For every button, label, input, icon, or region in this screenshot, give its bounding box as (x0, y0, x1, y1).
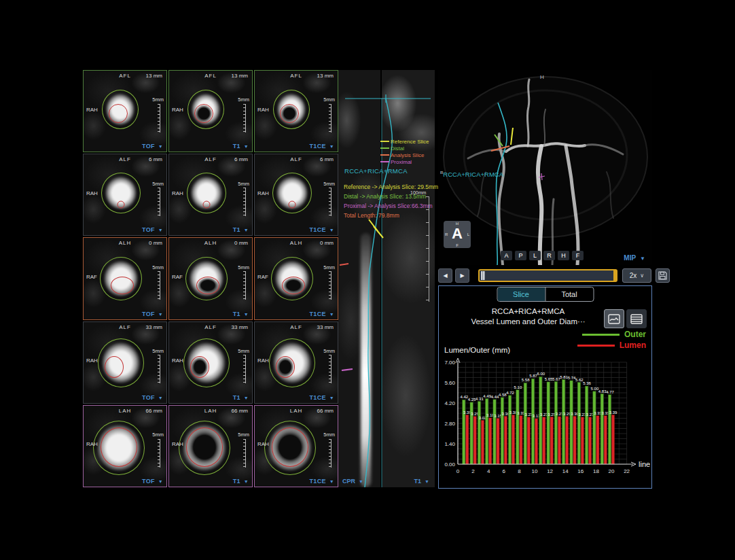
cpr-viewport[interactable] (338, 70, 380, 487)
mri-cell[interactable]: AFL 13 mm RAH 5mm T1▼ (168, 70, 253, 152)
orientation-label: ALF (119, 157, 131, 162)
orientation-button-r[interactable]: R (543, 251, 555, 260)
distance-label: 66 mm (146, 408, 162, 414)
mri-cell[interactable]: AFL 13 mm RAH 5mm TOF▼ (83, 70, 167, 152)
lumen-contour (272, 427, 308, 467)
sequence-select[interactable]: TOF▼ (142, 394, 163, 401)
side-label: RAH (172, 442, 183, 447)
slider-handle[interactable] (481, 271, 485, 280)
scale-label: 5mm (323, 265, 335, 270)
sequence-select[interactable]: T1▼ (233, 143, 249, 150)
prev-slice-button[interactable]: ◀ (438, 268, 452, 283)
sequence-select[interactable]: T1▼ (233, 394, 249, 401)
cpr-sequence-select[interactable]: CPR▼ (342, 478, 363, 485)
table-view-button[interactable] (626, 309, 647, 328)
lumen-legend-label: Lumen (620, 340, 646, 350)
legend-outer: Outer (582, 330, 646, 339)
sequence-select[interactable]: TOF▼ (142, 311, 163, 317)
measurement-line: Total Length: 79.8mm (344, 211, 438, 220)
mip-mode-select[interactable]: MIP▼ (624, 254, 645, 262)
orientation-button-a[interactable]: A (501, 251, 512, 260)
svg-text:8: 8 (518, 468, 521, 474)
scale-ruler (243, 188, 246, 216)
orientation-button-f[interactable]: F (572, 251, 584, 260)
mri-cell[interactable]: ALH 0 mm RAF 5mm T1CE▼ (254, 237, 338, 319)
scale-label: 5mm (323, 181, 335, 187)
sequence-select[interactable]: T1CE▼ (310, 226, 334, 233)
svg-text:1.40: 1.40 (444, 441, 455, 447)
sequence-select[interactable]: T1CE▼ (310, 311, 334, 317)
mri-cell[interactable]: ALF 33 mm RAH 5mm T1▼ (168, 321, 253, 404)
lumen-contour (202, 201, 210, 209)
sagittal-sequence-select[interactable]: T1▼ (414, 478, 429, 485)
side-label: RAH (86, 358, 98, 364)
orientation-cube[interactable]: A H L R F (444, 221, 471, 248)
orientation-label: LAH (290, 408, 303, 414)
cube-letter-top: H (456, 222, 459, 226)
bar-chart: 4.423.394.253.294.313.024.493.184.443.15… (440, 357, 650, 486)
orientation-label: ALF (119, 325, 131, 330)
outer-legend-swatch (582, 334, 620, 336)
lumen-contour (194, 104, 213, 123)
sequence-select[interactable]: TOF▼ (142, 226, 163, 233)
sequence-select[interactable]: TOF▼ (142, 478, 163, 485)
sequence-select[interactable]: T1CE▼ (310, 478, 334, 485)
zoom-select[interactable]: 2x∨ (622, 268, 651, 283)
sequence-select[interactable]: T1CE▼ (310, 143, 334, 150)
table-icon (630, 314, 643, 324)
mri-cell[interactable]: LAH 66 mm RAH 5mm T1▼ (168, 405, 253, 487)
lumen-contour (282, 277, 305, 294)
scale-label: 5mm (152, 97, 164, 103)
cube-letter-left: R (445, 232, 448, 237)
dropdown-icon: ▼ (244, 396, 249, 400)
mri-cell[interactable]: ALH 0 mm RAF 5mm T1▼ (168, 237, 253, 319)
curve-view-button[interactable] (604, 309, 624, 328)
orientation-label: ALH (290, 241, 303, 246)
chart-title: RCCA+RICA+RMCA (439, 307, 617, 315)
mri-cell[interactable]: LAH 66 mm RAH 5mm TOF▼ (83, 405, 167, 487)
mri-cell[interactable]: LAH 66 mm RAH 5mm T1CE▼ (254, 405, 338, 487)
sequence-select[interactable]: T1▼ (233, 311, 249, 317)
sequence-select[interactable]: T1▼ (233, 226, 249, 233)
lumen-contour (280, 104, 299, 123)
dropdown-icon: ▼ (329, 396, 334, 400)
scale-label: 5mm (152, 432, 164, 438)
distance-label: 6 mm (320, 157, 334, 162)
orientation-button-h[interactable]: H (558, 251, 569, 260)
orientation-button-p[interactable]: P (515, 251, 526, 260)
orientation-buttons: APLRHF (501, 251, 584, 260)
mri-cell[interactable]: ALF 33 mm RAH 5mm TOF▼ (83, 321, 167, 404)
mri-cell[interactable]: AFL 13 mm RAH 5mm T1CE▼ (254, 70, 338, 152)
dropdown-icon: ▼ (329, 312, 334, 317)
side-label: RAH (86, 442, 98, 447)
scale-ruler (157, 271, 160, 300)
scale-ruler (243, 439, 246, 468)
save-button[interactable] (656, 268, 670, 283)
scale-ruler (243, 271, 246, 300)
distance-label: 33 mm (317, 325, 334, 330)
mri-cell[interactable]: ALF 6 mm RAH 5mm TOF▼ (83, 154, 167, 236)
mri-cell[interactable]: ALF 6 mm RAH 5mm T1CE▼ (254, 154, 338, 236)
legend-label: Reference Slice (391, 139, 429, 145)
next-slice-button[interactable]: ▶ (455, 268, 469, 283)
sequence-select[interactable]: T1▼ (233, 478, 249, 485)
dropdown-icon: ▼ (329, 144, 334, 149)
orientation-label: ALF (290, 157, 302, 162)
mri-cell[interactable]: ALH 0 mm RAF 5mm TOF▼ (83, 237, 167, 319)
scale-label: 5mm (238, 265, 249, 270)
sequence-select[interactable]: TOF▼ (142, 143, 163, 150)
distance-label: 0 mm (320, 241, 334, 246)
side-label: RAH (172, 191, 183, 196)
mip-viewport[interactable]: H RRCCA+RICA+RMCA A H L R F APLRHF MIP▼ (438, 70, 652, 265)
tab-slice[interactable]: Slice (497, 287, 545, 301)
legend-item: Proximal (380, 158, 429, 165)
mri-cell[interactable]: ALF 33 mm RAH 5mm T1CE▼ (254, 321, 338, 404)
distance-label: 13 mm (317, 73, 334, 79)
slider-track[interactable] (478, 269, 617, 282)
mri-cell[interactable]: ALF 6 mm RAH 5mm T1▼ (168, 154, 253, 236)
chart-tabs: Slice Total (497, 287, 594, 302)
orientation-button-l[interactable]: L (529, 251, 541, 260)
scale-ruler (243, 355, 246, 383)
tab-total[interactable]: Total (545, 287, 593, 301)
sequence-select[interactable]: T1CE▼ (310, 394, 334, 401)
